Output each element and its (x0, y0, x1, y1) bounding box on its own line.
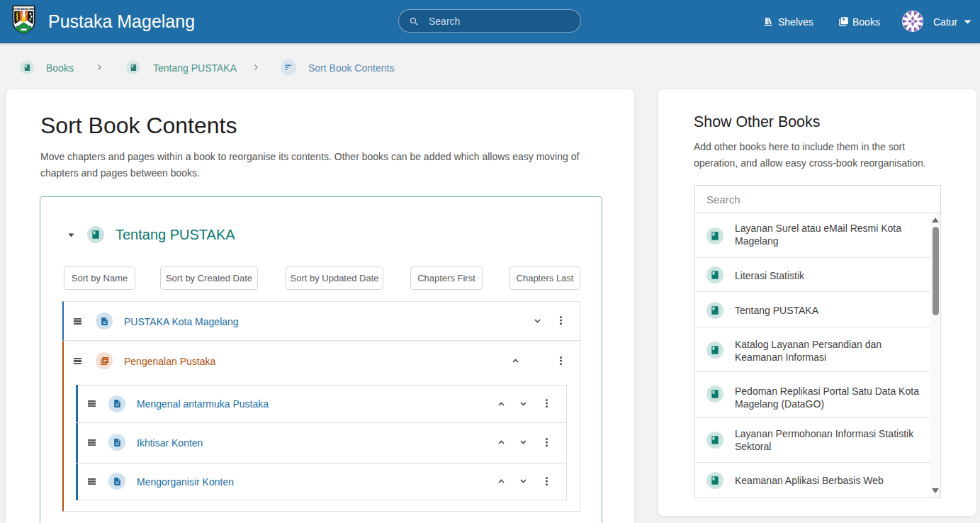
svg-text:KOTA MAGELANG: KOTA MAGELANG (13, 8, 35, 11)
